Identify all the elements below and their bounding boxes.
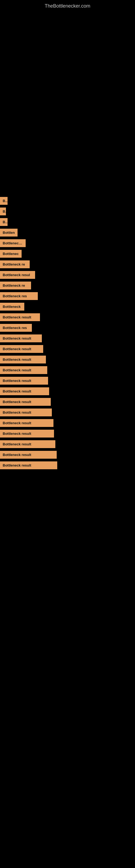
bar-row-4: Bottlen — [0, 227, 135, 238]
bar-row-9: Bottleneck re — [0, 280, 135, 291]
result-bar-18[interactable]: Bottleneck result — [0, 377, 48, 384]
bars-container: BBBoBottlenBottleneck rBottlenecBottlene… — [0, 195, 135, 471]
bar-row-12: Bottleneck result — [0, 312, 135, 322]
result-bar-15[interactable]: Bottleneck result — [0, 345, 43, 353]
site-title: TheBottlenecker.com — [0, 0, 135, 11]
bar-row-22: Bottleneck result — [0, 418, 135, 428]
bar-row-6: Bottlenec — [0, 248, 135, 259]
bar-row-13: Bottleneck res — [0, 322, 135, 333]
bar-row-23: Bottleneck result — [0, 428, 135, 439]
bar-row-5: Bottleneck r — [0, 238, 135, 248]
result-bar-7[interactable]: Bottleneck re — [0, 260, 30, 268]
result-bar-16[interactable]: Bottleneck result — [0, 355, 46, 364]
result-bar-6[interactable]: Bottlenec — [0, 250, 21, 258]
bar-row-7: Bottleneck re — [0, 259, 135, 270]
bar-row-8: Bottleneck resul — [0, 270, 135, 280]
bar-row-15: Bottleneck result — [0, 344, 135, 354]
result-bar-9[interactable]: Bottleneck re — [0, 282, 31, 289]
bar-row-21: Bottleneck result — [0, 407, 135, 418]
result-bar-11[interactable]: Bottleneck — [0, 303, 24, 311]
result-bar-10[interactable]: Bottleneck res — [0, 292, 38, 300]
result-bar-17[interactable]: Bottleneck result — [0, 366, 47, 374]
bar-row-17: Bottleneck result — [0, 365, 135, 375]
result-bar-2[interactable]: B — [0, 208, 6, 215]
bar-row-26: Bottleneck result — [0, 460, 135, 471]
bar-row-24: Bottleneck result — [0, 439, 135, 450]
bar-row-3: Bo — [0, 217, 135, 227]
result-bar-1[interactable]: B — [0, 197, 8, 205]
result-bar-5[interactable]: Bottleneck r — [0, 239, 26, 247]
bar-row-2: B — [0, 206, 135, 217]
result-bar-4[interactable]: Bottlen — [0, 229, 17, 237]
bar-row-11: Bottleneck — [0, 301, 135, 312]
bar-row-20: Bottleneck result — [0, 397, 135, 407]
bar-row-16: Bottleneck result — [0, 354, 135, 365]
bar-row-10: Bottleneck res — [0, 291, 135, 301]
page-content: TheBottlenecker.com BBBoBottlenBottlenec… — [0, 0, 135, 471]
result-bar-13[interactable]: Bottleneck res — [0, 324, 32, 332]
bar-row-1: B — [0, 195, 135, 206]
bar-row-25: Bottleneck result — [0, 450, 135, 460]
chart-area — [0, 11, 135, 195]
bar-row-18: Bottleneck result — [0, 375, 135, 386]
result-bar-24[interactable]: Bottleneck result — [0, 440, 55, 448]
result-bar-19[interactable]: Bottleneck result — [0, 388, 49, 395]
result-bar-20[interactable]: Bottleneck result — [0, 398, 51, 406]
result-bar-12[interactable]: Bottleneck result — [0, 313, 40, 321]
result-bar-23[interactable]: Bottleneck result — [0, 430, 54, 437]
result-bar-26[interactable]: Bottleneck result — [0, 461, 57, 469]
result-bar-21[interactable]: Bottleneck result — [0, 408, 52, 416]
result-bar-3[interactable]: Bo — [0, 218, 8, 226]
bar-row-14: Bottleneck result — [0, 333, 135, 344]
result-bar-14[interactable]: Bottleneck result — [0, 335, 42, 342]
result-bar-22[interactable]: Bottleneck result — [0, 419, 53, 427]
site-header: TheBottlenecker.com — [0, 0, 135, 11]
bar-row-19: Bottleneck result — [0, 386, 135, 397]
result-bar-25[interactable]: Bottleneck result — [0, 451, 57, 459]
result-bar-8[interactable]: Bottleneck resul — [0, 271, 35, 279]
